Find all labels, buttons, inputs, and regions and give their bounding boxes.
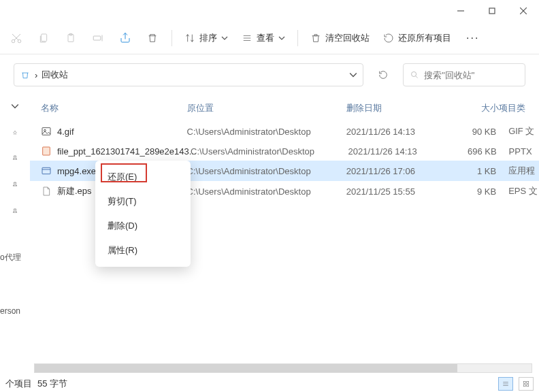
svg-rect-19 [42,128,50,135]
rename-icon[interactable] [84,24,112,52]
file-name: file_ppt_1621301741_289e2e143... [57,146,197,157]
icons-view-button[interactable] [519,377,534,391]
search-box[interactable] [403,63,525,86]
file-type: PPTX [500,146,539,157]
file-date: 2021/11/26 14:13 [348,146,453,157]
divider [172,30,172,46]
file-size: 9 KB [453,186,499,197]
more-button[interactable]: ··· [458,32,487,44]
recycle-bin-icon [20,69,31,80]
ctx-cut[interactable]: 剪切(T) [95,189,191,214]
svg-rect-30 [527,385,529,387]
col-date[interactable]: 删除日期 [346,99,453,117]
sort-button[interactable]: 排序 [178,32,235,44]
view-icon [242,33,252,43]
paste-icon[interactable] [57,24,84,52]
svg-rect-11 [93,36,101,40]
close-button[interactable] [508,0,539,22]
file-name: 新建.eps [57,185,92,197]
file-type: EPS 文 [499,185,539,197]
trash-icon [310,32,321,44]
col-type[interactable]: 项目类 [499,99,539,117]
table-row[interactable]: file_ppt_1621301741_289e2e143...C:\Users… [30,142,539,161]
empty-bin-label: 清空回收站 [325,32,370,44]
svg-rect-27 [523,381,525,383]
table-row[interactable]: 4.gifC:\Users\Administrator\Desktop2021/… [30,121,539,142]
view-label: 查看 [257,32,274,44]
svg-rect-22 [42,167,50,174]
pin-icon[interactable] [11,155,19,165]
file-name: 4.gif [57,127,74,137]
search-input[interactable] [424,70,518,80]
file-date: 2021/11/26 14:13 [346,127,453,137]
file-icon [41,146,52,157]
breadcrumb-location: 回收站 [42,69,68,81]
pin-icon[interactable] [11,208,19,218]
col-location[interactable]: 原位置 [187,99,346,117]
file-type: GIF 文 [499,125,539,137]
file-size: 90 KB [453,127,499,137]
status-items: 个项目 [5,378,32,390]
chevron-down-icon [221,35,228,42]
svg-rect-1 [489,8,495,14]
chevron-down-icon[interactable] [349,71,357,79]
svg-rect-28 [527,381,529,383]
svg-rect-21 [43,147,50,155]
chevron-down-icon [278,35,285,42]
share-icon[interactable] [112,24,139,52]
restore-all-button[interactable]: 还原所有项目 [376,32,458,44]
copy-icon[interactable] [30,24,57,52]
status-bar: 个项目 55 字节 [0,376,539,392]
status-bytes: 55 字节 [37,378,67,390]
sidebar: o代理 erson [0,95,30,376]
empty-bin-button[interactable]: 清空回收站 [304,32,376,44]
sort-icon [184,33,195,44]
pin-icon[interactable] [11,129,19,139]
file-icon [41,126,52,137]
ctx-delete[interactable]: 删除(D) [95,214,191,238]
minimize-button[interactable] [445,0,476,22]
file-name: mpg4.exe [57,166,96,176]
h-scrollbar[interactable] [34,363,532,373]
col-name[interactable]: 名称 [41,99,187,117]
file-size: 696 KB [453,146,500,157]
breadcrumb-sep: › [35,70,37,80]
view-button[interactable]: 查看 [235,32,292,44]
sort-label: 排序 [199,32,217,44]
pin-icon[interactable] [11,182,19,192]
svg-point-17 [412,71,416,76]
file-type: 应用程 [499,165,539,177]
divider [297,30,298,46]
restore-icon [383,33,394,44]
cut-icon[interactable] [3,24,30,52]
breadcrumb[interactable]: › 回收站 [14,63,363,86]
ctx-restore[interactable]: 还原(E) [95,165,191,189]
maximize-button[interactable] [476,0,508,22]
file-date: 2021/11/26 17:06 [346,166,453,176]
file-location: C:\Users\Administrator\Desktop [187,127,346,137]
delete-icon[interactable] [139,24,166,52]
search-icon [410,70,419,80]
ctx-properties[interactable]: 属性(R) [95,238,191,263]
file-location: C:\Users\Administrator\Desktop [191,146,348,157]
file-date: 2021/11/25 15:55 [346,186,453,197]
svg-rect-8 [42,34,47,42]
sidebar-label: erson [0,306,20,316]
file-location: C:\Users\Administrator\Desktop [187,166,346,176]
file-icon [41,186,52,197]
file-icon [41,165,52,176]
col-size[interactable]: 大小 [453,99,499,117]
column-headers[interactable]: 名称 原位置 删除日期 大小 项目类 [30,95,539,121]
svg-rect-29 [523,385,525,387]
context-menu: 还原(E) 剪切(T) 删除(D) 属性(R) [95,161,191,267]
sidebar-label: o代理 [0,252,21,263]
restore-all-label: 还原所有项目 [398,32,451,44]
details-view-button[interactable] [498,377,513,391]
chevron-down-icon[interactable] [11,102,19,112]
file-location: C:\Users\Administrator\Desktop [187,186,346,197]
refresh-button[interactable] [372,63,395,86]
file-size: 1 KB [453,166,499,176]
svg-line-18 [416,76,418,78]
